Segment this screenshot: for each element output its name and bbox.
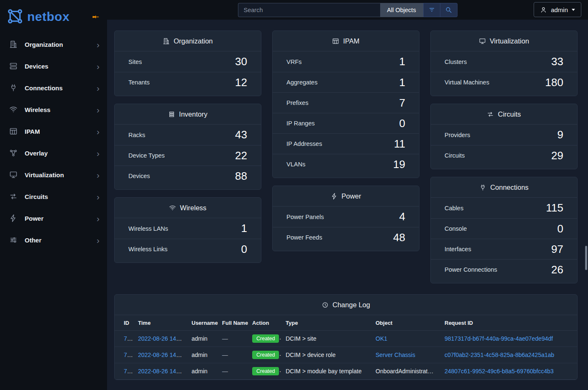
stat-value-sites[interactable]: 30 <box>235 56 247 68</box>
stat-label-ip-addresses[interactable]: IP Addresses <box>286 140 322 147</box>
stat-label-sites[interactable]: Sites <box>128 59 142 65</box>
stat-label-vlans[interactable]: VLANs <box>286 161 305 168</box>
column-3: Virtualization Clusters 33 Virtual Machi… <box>430 31 578 283</box>
stat-value-providers[interactable]: 9 <box>557 129 563 141</box>
card-header: Change Log <box>115 295 577 315</box>
changelog-request-id-link[interactable]: 9817317d-b67f-440a-99ca-4ae07ede94df <box>445 335 553 342</box>
stat-value-power-connections[interactable]: 26 <box>551 264 563 276</box>
card-title: Change Log <box>332 301 370 309</box>
sidebar: netbox Organization › Devices › Connecti… <box>0 0 107 390</box>
stat-row: IP Ranges 0 <box>273 113 419 133</box>
changelog-time-link[interactable]: 2022-08-26 14:22 <box>138 335 184 342</box>
changelog-id-link[interactable]: 755 <box>124 335 133 342</box>
stat-value-vlans[interactable]: 19 <box>393 158 405 171</box>
stat-value-racks[interactable]: 43 <box>235 129 247 141</box>
stat-label-racks[interactable]: Racks <box>128 132 145 138</box>
stat-value-power-panels[interactable]: 4 <box>399 211 405 223</box>
changelog-time-link[interactable]: 2022-08-26 14:15 <box>138 368 184 375</box>
connections-card: Connections Cables 115 Console 0 Interfa… <box>430 177 578 283</box>
stat-value-wireless-lans[interactable]: 1 <box>241 222 247 235</box>
stat-value-circuits[interactable]: 29 <box>551 150 563 162</box>
sidebar-item-label: Organization <box>25 41 90 48</box>
changelog-time-link[interactable]: 2022-08-26 14:17 <box>138 352 184 358</box>
sidebar-item-label: Wireless <box>25 106 90 113</box>
netbox-logo[interactable]: netbox <box>7 8 69 26</box>
sidebar-item-devices[interactable]: Devices › <box>0 55 107 77</box>
wifi-icon <box>169 204 176 212</box>
stat-row: Sites 30 <box>115 51 261 72</box>
stat-value-device-types[interactable]: 22 <box>235 150 247 162</box>
transfer-icon <box>9 192 18 201</box>
stat-value-aggregates[interactable]: 1 <box>399 76 405 89</box>
stat-label-devices[interactable]: Devices <box>128 173 150 179</box>
search-input[interactable] <box>238 3 380 17</box>
stat-label-vrfs[interactable]: VRFs <box>286 59 302 65</box>
sidebar-item-ipam[interactable]: IPAM › <box>0 120 107 142</box>
stat-value-interfaces[interactable]: 97 <box>551 243 563 255</box>
bolt-icon <box>331 193 338 200</box>
card-title: Virtualization <box>490 37 529 45</box>
stat-value-cables[interactable]: 115 <box>546 202 563 214</box>
sidebar-item-overlay[interactable]: Overlay › <box>0 142 107 164</box>
card-columns: Organization Sites 30 Tenants 12 Invento… <box>114 31 588 283</box>
stat-label-virtual-machines[interactable]: Virtual Machines <box>445 79 489 86</box>
sidebar-item-virtualization[interactable]: Virtualization › <box>0 164 107 186</box>
stat-row: Prefixes 7 <box>273 92 419 113</box>
stat-label-console[interactable]: Console <box>445 225 467 232</box>
stat-label-interfaces[interactable]: Interfaces <box>445 246 471 252</box>
stat-row: Aggregates 1 <box>273 72 419 92</box>
sidebar-item-other[interactable]: Other › <box>0 229 107 251</box>
stat-value-ip-addresses[interactable]: 11 <box>394 138 405 150</box>
stat-label-aggregates[interactable]: Aggregates <box>286 79 317 86</box>
changelog-object-link[interactable]: Server Chassis <box>376 352 415 358</box>
user-menu-button[interactable]: admin <box>534 2 581 17</box>
plug-icon <box>479 184 486 191</box>
sidebar-item-connections[interactable]: Connections › <box>0 77 107 99</box>
changelog-id-link[interactable]: 753 <box>124 368 133 375</box>
search-button[interactable] <box>440 3 458 17</box>
changelog-request-id-link[interactable]: 24807c61-9952-49c6-b8a5-69760bfcc4b3 <box>445 368 554 375</box>
chevron-right-icon: › <box>97 84 101 92</box>
stat-value-clusters[interactable]: 33 <box>551 56 563 68</box>
table-row: 755 2022-08-26 14:22 admin — Created DCI… <box>115 331 577 347</box>
search-scope-select[interactable]: All Objects <box>380 3 423 17</box>
inventory-card: Inventory Racks 43 Device Types 22 Devic… <box>114 104 261 190</box>
stat-label-clusters[interactable]: Clusters <box>445 59 467 65</box>
stat-value-devices[interactable]: 88 <box>235 170 247 182</box>
stat-value-vrfs[interactable]: 1 <box>399 56 405 68</box>
stat-value-wireless-links[interactable]: 0 <box>241 243 247 255</box>
changelog-object-link[interactable]: OK1 <box>376 335 387 342</box>
stat-label-power-connections[interactable]: Power Connections <box>445 266 497 273</box>
stat-value-virtual-machines[interactable]: 180 <box>545 76 563 89</box>
changelog-id-link[interactable]: 754 <box>124 352 133 358</box>
sidebar-item-wireless[interactable]: Wireless › <box>0 99 107 120</box>
stat-row: IP Addresses 11 <box>273 133 419 154</box>
stat-label-tenants[interactable]: Tenants <box>128 79 150 86</box>
stat-label-cables[interactable]: Cables <box>445 205 463 212</box>
stat-label-power-feeds[interactable]: Power Feeds <box>286 234 322 241</box>
stat-label-power-panels[interactable]: Power Panels <box>286 214 324 220</box>
sidebar-item-power[interactable]: Power › <box>0 207 107 229</box>
stat-label-wireless-lans[interactable]: Wireless LANs <box>128 225 168 232</box>
stat-label-circuits[interactable]: Circuits <box>445 152 465 159</box>
wifi-icon <box>9 105 18 114</box>
pin-sidebar-icon[interactable] <box>92 13 100 21</box>
stat-value-console[interactable]: 0 <box>557 223 563 235</box>
stat-value-tenants[interactable]: 12 <box>235 76 247 89</box>
stat-value-ip-ranges[interactable]: 0 <box>399 117 405 130</box>
stat-label-prefixes[interactable]: Prefixes <box>286 99 308 106</box>
stat-label-providers[interactable]: Providers <box>445 132 470 138</box>
power-card: Power Power Panels 4 Power Feeds 48 <box>272 186 419 251</box>
sidebar-item-circuits[interactable]: Circuits › <box>0 186 107 207</box>
stat-label-device-types[interactable]: Device Types <box>128 152 165 159</box>
sidebar-item-organization[interactable]: Organization › <box>0 33 107 55</box>
stat-label-wireless-links[interactable]: Wireless Links <box>128 246 167 252</box>
filter-button[interactable] <box>423 3 440 17</box>
stat-label-ip-ranges[interactable]: IP Ranges <box>286 120 314 127</box>
vertical-scrollbar[interactable] <box>585 246 587 270</box>
stat-value-power-feeds[interactable]: 48 <box>393 232 405 244</box>
circuits-card: Circuits Providers 9 Circuits 29 <box>430 104 578 169</box>
changelog-request-id-link[interactable]: c07f0ab2-2351-4c58-825a-8b6a2425a1ab <box>445 352 554 358</box>
card-header: IPAM <box>273 31 419 51</box>
stat-value-prefixes[interactable]: 7 <box>399 97 405 109</box>
